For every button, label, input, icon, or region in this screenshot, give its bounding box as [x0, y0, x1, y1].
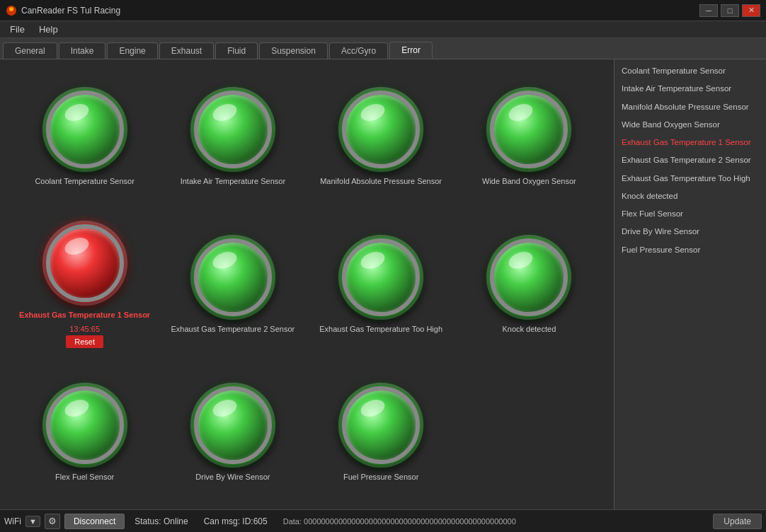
- right-panel-item-1[interactable]: Intake Air Temperature Sensor: [614, 80, 766, 98]
- manifold-abs-pressure-ring: [338, 87, 423, 172]
- tab-suspension[interactable]: Suspension: [259, 42, 328, 59]
- titlebar: CanReader FS Tul Racing ─ □ ✕: [0, 0, 766, 21]
- flex-fuel-led[interactable]: [46, 386, 124, 464]
- fuel-pressure-led[interactable]: [342, 386, 420, 464]
- knock-detected-ring: [486, 235, 571, 320]
- right-panel-item-8[interactable]: Flex Fuel Sensor: [614, 205, 766, 223]
- empty-cell: [459, 362, 600, 502]
- tabbar: General Intake Engine Exhaust Fluid Susp…: [0, 38, 766, 59]
- app-icon: [6, 5, 17, 16]
- menu-file[interactable]: File: [3, 23, 32, 36]
- sensor-exhaust-gas-temp-high: Exhaust Gas Temperature Too High: [311, 214, 452, 355]
- tab-exhaust[interactable]: Exhaust: [159, 42, 214, 59]
- manifold-abs-pressure-label: Manifold Absolute Pressure Sensor: [320, 176, 442, 186]
- right-panel-item-2[interactable]: Manifold Absolute Pressure Sensor: [614, 98, 766, 116]
- exhaust-gas-temp1-ring: [42, 221, 127, 306]
- exhaust-gas-temp1-reset-button[interactable]: Reset: [66, 335, 103, 348]
- right-panel-item-7[interactable]: Knock detected: [614, 187, 766, 205]
- sensor-coolant-temp: Coolant Temperature Sensor: [14, 66, 155, 207]
- sensor-intake-air-temp: Intake Air Temperature Sensor: [162, 66, 303, 207]
- window-controls: ─ □ ✕: [699, 4, 760, 17]
- sensor-grid: Coolant Temperature Sensor Intake Air Te…: [0, 59, 614, 509]
- drive-by-wire-label: Drive By Wire Sensor: [195, 472, 270, 482]
- flex-fuel-ring: [42, 383, 127, 468]
- fuel-pressure-label: Fuel Pressure Sensor: [343, 472, 418, 482]
- svg-point-1: [9, 7, 13, 11]
- exhaust-gas-temp-high-ring: [338, 235, 423, 320]
- main-content: Coolant Temperature Sensor Intake Air Te…: [0, 59, 766, 509]
- tab-general[interactable]: General: [3, 42, 57, 59]
- tab-fluid[interactable]: Fluid: [215, 42, 258, 59]
- statusbar: WiFi ▼ ⚙ Disconnect Status: Online Can m…: [0, 509, 766, 532]
- sensor-wide-band-oxygen: Wide Band Oxygen Sensor: [459, 66, 600, 207]
- drive-by-wire-ring: [190, 383, 275, 468]
- coolant-temp-ring: [42, 87, 127, 172]
- disconnect-button[interactable]: Disconnect: [64, 514, 125, 529]
- tab-intake[interactable]: Intake: [59, 42, 106, 59]
- wide-band-oxygen-label: Wide Band Oxygen Sensor: [482, 176, 576, 186]
- right-panel-item-4[interactable]: Exhaust Gas Temperature 1 Sensor: [614, 134, 766, 151]
- right-panel-item-3[interactable]: Wide Band Oxygen Sensor: [614, 116, 766, 134]
- wide-band-oxygen-led[interactable]: [490, 91, 568, 168]
- right-panel-item-9[interactable]: Drive By Wire Sensor: [614, 223, 766, 241]
- intake-air-temp-label: Intake Air Temperature Sensor: [181, 176, 285, 186]
- maximize-button[interactable]: □: [721, 4, 739, 17]
- coolant-temp-label: Coolant Temperature Sensor: [35, 176, 134, 186]
- flex-fuel-label: Flex Fuel Sensor: [55, 472, 114, 482]
- minimize-button[interactable]: ─: [699, 4, 718, 17]
- drive-by-wire-led[interactable]: [194, 386, 272, 464]
- fuel-pressure-ring: [338, 383, 423, 468]
- exhaust-gas-temp1-label: Exhaust Gas Temperature 1 Sensor: [19, 310, 150, 320]
- exhaust-gas-temp1-time: 13:45:65: [69, 325, 100, 333]
- right-panel-item-5[interactable]: Exhaust Gas Temperature 2 Sensor: [614, 151, 766, 169]
- exhaust-gas-temp1-led[interactable]: [46, 224, 124, 302]
- knock-detected-label: Knock detected: [502, 324, 556, 334]
- sensor-flex-fuel: Flex Fuel Sensor: [14, 362, 155, 502]
- exhaust-gas-temp-high-led[interactable]: [342, 238, 420, 316]
- right-panel-item-6[interactable]: Exhaust Gas Temperature Too High: [614, 170, 766, 187]
- exhaust-gas-temp2-led[interactable]: [194, 238, 272, 316]
- right-panel-item-0[interactable]: Coolant Temperature Sensor: [614, 62, 766, 80]
- manifold-abs-pressure-led[interactable]: [342, 91, 420, 168]
- status-online-text: Status: Online: [135, 516, 188, 526]
- sensor-knock-detected: Knock detected: [459, 214, 600, 355]
- menu-help[interactable]: Help: [32, 23, 65, 36]
- gear-button[interactable]: ⚙: [45, 514, 60, 529]
- exhaust-gas-temp1-error-info: 13:45:65 Reset: [66, 325, 103, 348]
- knock-detected-led[interactable]: [490, 238, 568, 316]
- wide-band-oxygen-ring: [486, 87, 571, 172]
- sensor-exhaust-gas-temp2: Exhaust Gas Temperature 2 Sensor: [162, 214, 303, 355]
- sensor-manifold-abs-pressure: Manifold Absolute Pressure Sensor: [311, 66, 452, 207]
- coolant-temp-led[interactable]: [46, 91, 124, 168]
- exhaust-gas-temp2-label: Exhaust Gas Temperature 2 Sensor: [171, 324, 295, 334]
- sensor-drive-by-wire: Drive By Wire Sensor: [162, 362, 303, 502]
- sensor-fuel-pressure: Fuel Pressure Sensor: [311, 362, 452, 502]
- tab-error[interactable]: Error: [389, 42, 433, 59]
- wifi-label: WiFi: [4, 516, 21, 526]
- right-panel: Coolant Temperature Sensor Intake Air Te…: [614, 59, 766, 509]
- right-panel-item-10[interactable]: Fuel Pressure Sensor: [614, 241, 766, 259]
- menubar: File Help: [0, 21, 766, 38]
- window-title: CanReader FS Tul Racing: [21, 6, 699, 16]
- exhaust-gas-temp2-ring: [190, 235, 275, 320]
- tab-accgyro[interactable]: Acc/Gyro: [329, 42, 388, 59]
- intake-air-temp-led[interactable]: [194, 91, 272, 168]
- exhaust-gas-temp-high-label: Exhaust Gas Temperature Too High: [319, 324, 442, 334]
- close-button[interactable]: ✕: [742, 4, 760, 17]
- data-text: Data: 0000000000000000000000000000000000…: [283, 517, 516, 526]
- sensor-exhaust-gas-temp1: Exhaust Gas Temperature 1 Sensor 13:45:6…: [14, 214, 155, 355]
- tab-engine[interactable]: Engine: [107, 42, 157, 59]
- intake-air-temp-ring: [190, 87, 275, 172]
- can-msg-text: Can msg: ID:605: [204, 516, 268, 526]
- wifi-dropdown-button[interactable]: ▼: [25, 516, 40, 527]
- update-button[interactable]: Update: [713, 514, 762, 529]
